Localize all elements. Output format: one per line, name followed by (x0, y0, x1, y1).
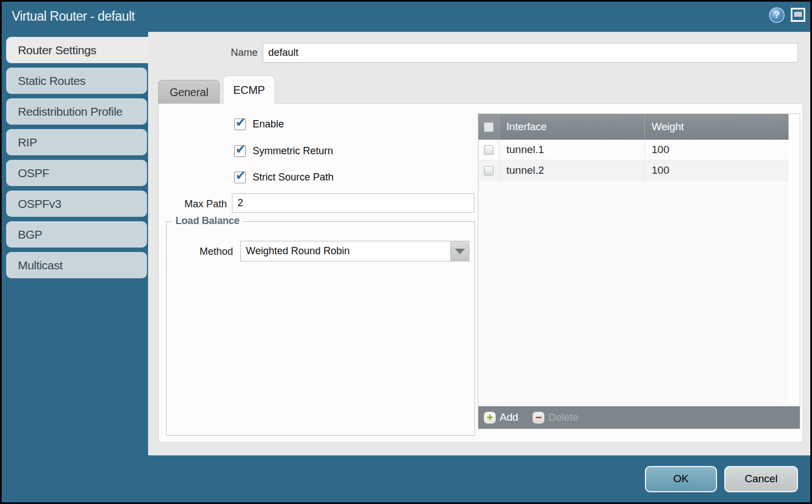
table-row[interactable]: tunnel.2 100 (478, 160, 789, 181)
column-header-weight[interactable]: Weight (645, 114, 789, 140)
table-toolbar: + Add − Delete (478, 406, 800, 429)
enable-row: Enable (234, 117, 284, 131)
dialog-main: Router Settings Static Routes Redistribu… (2, 32, 810, 455)
dialog-title: Virtual Router - default (12, 9, 135, 24)
sidebar: Router Settings Static Routes Redistribu… (2, 32, 148, 455)
add-button-label: Add (500, 411, 518, 424)
select-all-cell (478, 114, 500, 140)
select-all-checkbox[interactable] (484, 122, 493, 132)
cell-weight: 100 (645, 160, 789, 180)
row-select-cell (478, 140, 500, 160)
help-icon[interactable]: ? (769, 7, 785, 23)
plus-icon: + (484, 412, 496, 424)
row-select-cell (478, 160, 500, 180)
table-header-row: Interface Weight (478, 114, 789, 140)
sidebar-item-static-routes[interactable]: Static Routes (6, 68, 147, 94)
ok-button[interactable]: OK (645, 466, 717, 492)
symmetric-return-checkbox[interactable] (234, 145, 246, 157)
ecmp-tab-panel: Enable Symmetric Return Strict Source Pa… (158, 103, 803, 443)
sidebar-item-ospf[interactable]: OSPF (6, 160, 147, 186)
window-restore-icon[interactable] (791, 8, 805, 22)
load-balance-fieldset: Load Balance Method Weighted Round Robin (166, 221, 475, 436)
load-balance-legend: Load Balance (173, 215, 243, 227)
strict-source-path-label: Strict Source Path (253, 172, 334, 183)
symmetric-return-row: Symmetric Return (234, 144, 333, 158)
table-empty-area (478, 181, 789, 406)
title-bar: Virtual Router - default ? (2, 2, 810, 32)
column-header-interface[interactable]: Interface (500, 114, 645, 140)
minus-icon: − (533, 412, 544, 424)
table-scrollbar-track (789, 114, 800, 406)
method-selected-value: Weighted Round Robin (241, 241, 450, 261)
sidebar-item-ospfv3[interactable]: OSPFv3 (6, 191, 147, 217)
sidebar-item-redistribution-profile[interactable]: Redistribution Profile (6, 98, 147, 125)
enable-checkbox[interactable] (234, 118, 246, 130)
sidebar-item-rip[interactable]: RIP (6, 129, 147, 155)
max-path-input[interactable] (232, 193, 474, 213)
method-label: Method (167, 246, 233, 258)
delete-button-label: Delete (548, 411, 578, 424)
max-path-label: Max Path (159, 198, 227, 210)
dialog-footer: OK Cancel (2, 455, 810, 502)
strict-source-path-row: Strict Source Path (234, 170, 334, 184)
interface-table-grid: Interface Weight tunnel.1 100 (478, 114, 789, 406)
dialog-body: Name General ECMP Enable Symmetric Retur… (148, 32, 810, 455)
sidebar-item-router-settings[interactable]: Router Settings (6, 37, 148, 63)
cell-interface: tunnel.1 (500, 140, 645, 160)
sidebar-item-multicast[interactable]: Multicast (6, 252, 147, 278)
row-checkbox[interactable] (484, 145, 493, 155)
cell-weight: 100 (645, 140, 789, 160)
enable-label: Enable (253, 118, 284, 130)
method-dropdown-button[interactable] (450, 241, 469, 261)
add-button[interactable]: + Add (484, 411, 518, 424)
row-checkbox[interactable] (484, 166, 493, 175)
delete-button[interactable]: − Delete (533, 411, 578, 424)
name-label: Name (221, 47, 258, 59)
method-dropdown[interactable]: Weighted Round Robin (240, 241, 469, 261)
chevron-down-icon (455, 249, 465, 254)
symmetric-return-label: Symmetric Return (253, 145, 333, 157)
table-row[interactable]: tunnel.1 100 (478, 140, 789, 160)
sidebar-item-bgp[interactable]: BGP (6, 221, 147, 248)
virtual-router-dialog: Virtual Router - default ? Router Settin… (2, 2, 810, 502)
name-input[interactable] (263, 43, 798, 63)
strict-source-path-checkbox[interactable] (234, 172, 246, 183)
interface-table-main: Interface Weight tunnel.1 100 (478, 114, 800, 406)
cell-interface: tunnel.2 (500, 160, 645, 180)
interface-table: Interface Weight tunnel.1 100 (478, 113, 800, 429)
tab-general[interactable]: General (158, 80, 220, 104)
tab-ecmp[interactable]: ECMP (223, 75, 275, 104)
cancel-button[interactable]: Cancel (724, 466, 798, 492)
